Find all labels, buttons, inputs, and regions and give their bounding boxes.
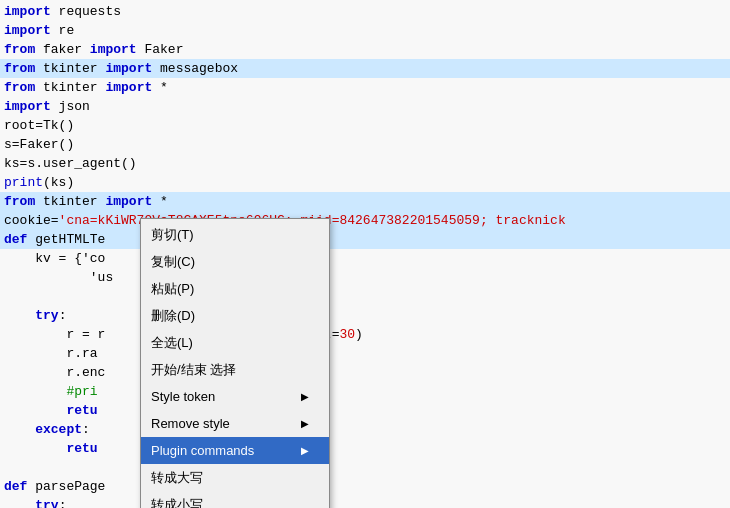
code-line: #pri xyxy=(0,382,730,401)
keyword: import xyxy=(4,97,51,116)
context-menu-container: 剪切(T) 复制(C) 粘贴(P) 删除(D) 全选(L) 开始/结束 选择 S… xyxy=(140,218,330,508)
code-line: import json xyxy=(0,97,730,116)
builtin: print xyxy=(4,173,43,192)
menu-item-label: 转成小写 xyxy=(151,495,203,508)
keyword: import xyxy=(4,2,51,21)
keyword: from xyxy=(4,192,35,211)
code-line: root=Tk() xyxy=(0,116,730,135)
menu-item-paste[interactable]: 粘贴(P) xyxy=(141,275,329,302)
menu-item-label: Plugin commands xyxy=(151,441,254,460)
menu-item-label: 粘贴(P) xyxy=(151,279,194,298)
code-editor: import requests import re from faker imp… xyxy=(0,0,730,508)
code-line: try: xyxy=(0,496,730,508)
code-line: except: xyxy=(0,420,730,439)
menu-item-label: 复制(C) xyxy=(151,252,195,271)
code-line: kv = {'co xyxy=(0,249,730,268)
code-line: retu xyxy=(0,401,730,420)
menu-item-label: 转成大写 xyxy=(151,468,203,487)
code-line xyxy=(0,287,730,306)
menu-item-removestyle[interactable]: Remove style ▶ xyxy=(141,410,329,437)
submenu-arrow-icon: ▶ xyxy=(301,441,309,460)
code-line: s=Faker() xyxy=(0,135,730,154)
keyword: from xyxy=(4,59,35,78)
code-line: print(ks) xyxy=(0,173,730,192)
code-line xyxy=(0,458,730,477)
code-line: 'us xyxy=(0,268,730,287)
keyword: from xyxy=(4,40,35,59)
menu-item-label: 删除(D) xyxy=(151,306,195,325)
context-menu[interactable]: 剪切(T) 复制(C) 粘贴(P) 删除(D) 全选(L) 开始/结束 选择 S… xyxy=(140,218,330,508)
code-line: from tkinter import * xyxy=(0,78,730,97)
menu-item-selectall[interactable]: 全选(L) xyxy=(141,329,329,356)
menu-item-cut[interactable]: 剪切(T) xyxy=(141,221,329,248)
menu-item-label: 剪切(T) xyxy=(151,225,194,244)
menu-item-copy[interactable]: 复制(C) xyxy=(141,248,329,275)
submenu-arrow-icon: ▶ xyxy=(301,414,309,433)
menu-item-styletoken[interactable]: Style token ▶ xyxy=(141,383,329,410)
menu-item-tolower[interactable]: 转成小写 xyxy=(141,491,329,508)
menu-item-label: Style token xyxy=(151,387,215,406)
code-line: from faker import Faker xyxy=(0,40,730,59)
code-line: try: xyxy=(0,306,730,325)
code-line: from tkinter import * xyxy=(0,192,730,211)
menu-item-plugincmd[interactable]: Plugin commands ▶ xyxy=(141,437,329,464)
code-line: r.enc oding xyxy=(0,363,730,382)
keyword: from xyxy=(4,78,35,97)
submenu-arrow-icon: ▶ xyxy=(301,387,309,406)
code-line: retu xyxy=(0,439,730,458)
code-line: import requests xyxy=(0,2,730,21)
menu-item-label: Remove style xyxy=(151,414,230,433)
code-line: import re xyxy=(0,21,730,40)
code-line: from tkinter import messagebox xyxy=(0,59,730,78)
menu-item-begend[interactable]: 开始/结束 选择 xyxy=(141,356,329,383)
menu-item-toupper[interactable]: 转成大写 xyxy=(141,464,329,491)
code-line: def parsePage xyxy=(0,477,730,496)
keyword: import xyxy=(4,21,51,40)
code-content: import requests import re from faker imp… xyxy=(0,0,730,508)
code-line: ks=s.user_agent() xyxy=(0,154,730,173)
menu-item-delete[interactable]: 删除(D) xyxy=(141,302,329,329)
menu-item-label: 开始/结束 选择 xyxy=(151,360,236,379)
menu-item-label: 全选(L) xyxy=(151,333,193,352)
code-line: r = r rs=kv,timeout=30) xyxy=(0,325,730,344)
code-line: cookie='cna=kKiWR79VcT8CAXE5tns696UG; mi… xyxy=(0,211,730,230)
code-line: def getHTMLTe xyxy=(0,230,730,249)
code-line: r.ra xyxy=(0,344,730,363)
